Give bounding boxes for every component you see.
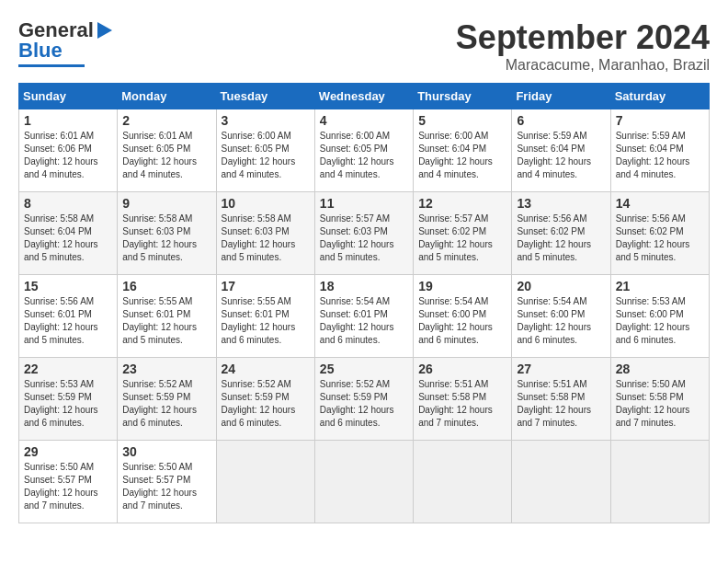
- day-cell: 10Sunrise: 5:58 AM Sunset: 6:03 PM Dayli…: [216, 192, 314, 275]
- day-info: Sunrise: 5:59 AM Sunset: 6:04 PM Dayligh…: [517, 130, 605, 181]
- day-info: Sunrise: 5:52 AM Sunset: 5:59 PM Dayligh…: [222, 378, 310, 430]
- day-number: 30: [122, 444, 210, 459]
- day-info: Sunrise: 6:01 AM Sunset: 6:05 PM Dayligh…: [122, 130, 210, 181]
- logo-blue: Blue: [18, 39, 63, 63]
- day-info: Sunrise: 5:51 AM Sunset: 5:58 PM Dayligh…: [517, 378, 605, 430]
- day-info: Sunrise: 5:59 AM Sunset: 6:04 PM Dayligh…: [616, 130, 704, 181]
- location-subtitle: Maracacume, Maranhao, Brazil: [456, 57, 710, 74]
- day-info: Sunrise: 5:57 AM Sunset: 6:03 PM Dayligh…: [320, 213, 408, 264]
- day-number: 27: [517, 362, 605, 376]
- day-info: Sunrise: 5:58 AM Sunset: 6:03 PM Dayligh…: [222, 213, 310, 264]
- day-cell: [512, 441, 610, 523]
- day-info: Sunrise: 5:56 AM Sunset: 6:02 PM Dayligh…: [517, 213, 605, 264]
- day-number: 24: [222, 362, 310, 376]
- calendar-table: SundayMondayTuesdayWednesdayThursdayFrid…: [18, 83, 710, 523]
- day-number: 13: [517, 196, 605, 211]
- day-cell: 24Sunrise: 5:52 AM Sunset: 5:59 PM Dayli…: [216, 358, 314, 441]
- day-number: 12: [418, 196, 506, 211]
- day-cell: 22Sunrise: 5:53 AM Sunset: 5:59 PM Dayli…: [19, 358, 118, 441]
- week-row-2: 8Sunrise: 5:58 AM Sunset: 6:04 PM Daylig…: [19, 192, 710, 275]
- day-cell: [610, 441, 709, 523]
- day-info: Sunrise: 6:00 AM Sunset: 6:05 PM Dayligh…: [222, 130, 310, 181]
- day-cell: 25Sunrise: 5:52 AM Sunset: 5:59 PM Dayli…: [314, 358, 413, 441]
- day-number: 9: [122, 196, 210, 211]
- day-cell: 28Sunrise: 5:50 AM Sunset: 5:58 PM Dayli…: [610, 358, 709, 441]
- day-number: 28: [616, 362, 704, 376]
- day-info: Sunrise: 5:54 AM Sunset: 6:00 PM Dayligh…: [517, 295, 605, 347]
- day-number: 18: [320, 279, 408, 293]
- day-number: 5: [418, 113, 506, 128]
- day-info: Sunrise: 5:51 AM Sunset: 5:58 PM Dayligh…: [418, 378, 506, 430]
- week-row-4: 22Sunrise: 5:53 AM Sunset: 5:59 PM Dayli…: [19, 358, 710, 441]
- day-cell: 23Sunrise: 5:52 AM Sunset: 5:59 PM Dayli…: [118, 358, 216, 441]
- col-header-sunday: Sunday: [19, 84, 118, 109]
- day-number: 8: [24, 196, 112, 211]
- logo-arrow-icon: [97, 22, 112, 39]
- day-number: 4: [320, 113, 408, 128]
- day-info: Sunrise: 6:00 AM Sunset: 6:04 PM Dayligh…: [418, 130, 506, 181]
- day-number: 20: [517, 279, 605, 293]
- day-info: Sunrise: 5:54 AM Sunset: 6:00 PM Dayligh…: [418, 295, 506, 347]
- day-info: Sunrise: 6:00 AM Sunset: 6:05 PM Dayligh…: [320, 130, 408, 181]
- day-cell: 13Sunrise: 5:56 AM Sunset: 6:02 PM Dayli…: [512, 192, 610, 275]
- day-number: 16: [122, 279, 210, 293]
- day-number: 6: [517, 113, 605, 128]
- day-cell: 1Sunrise: 6:01 AM Sunset: 6:06 PM Daylig…: [19, 109, 118, 192]
- day-cell: 5Sunrise: 6:00 AM Sunset: 6:04 PM Daylig…: [414, 109, 512, 192]
- day-cell: [414, 441, 512, 523]
- day-cell: 4Sunrise: 6:00 AM Sunset: 6:05 PM Daylig…: [314, 109, 413, 192]
- day-cell: 16Sunrise: 5:55 AM Sunset: 6:01 PM Dayli…: [118, 275, 216, 358]
- day-cell: 3Sunrise: 6:00 AM Sunset: 6:05 PM Daylig…: [216, 109, 314, 192]
- col-header-wednesday: Wednesday: [314, 84, 413, 109]
- day-cell: 20Sunrise: 5:54 AM Sunset: 6:00 PM Dayli…: [512, 275, 610, 358]
- day-number: 11: [320, 196, 408, 211]
- day-number: 25: [320, 362, 408, 376]
- day-info: Sunrise: 5:50 AM Sunset: 5:57 PM Dayligh…: [122, 461, 210, 512]
- day-number: 7: [616, 113, 704, 128]
- day-number: 26: [418, 362, 506, 376]
- day-number: 14: [616, 196, 704, 211]
- day-number: 21: [616, 279, 704, 293]
- day-cell: 7Sunrise: 5:59 AM Sunset: 6:04 PM Daylig…: [610, 109, 709, 192]
- day-info: Sunrise: 5:55 AM Sunset: 6:01 PM Dayligh…: [122, 295, 210, 347]
- col-header-thursday: Thursday: [414, 84, 512, 109]
- col-header-monday: Monday: [118, 84, 216, 109]
- col-header-friday: Friday: [512, 84, 610, 109]
- day-info: Sunrise: 5:53 AM Sunset: 5:59 PM Dayligh…: [24, 378, 112, 430]
- month-title: September 2024: [456, 18, 710, 57]
- header-row: SundayMondayTuesdayWednesdayThursdayFrid…: [19, 84, 710, 109]
- day-cell: 12Sunrise: 5:57 AM Sunset: 6:02 PM Dayli…: [414, 192, 512, 275]
- day-number: 23: [122, 362, 210, 376]
- day-info: Sunrise: 5:50 AM Sunset: 5:58 PM Dayligh…: [616, 378, 704, 430]
- day-cell: 17Sunrise: 5:55 AM Sunset: 6:01 PM Dayli…: [216, 275, 314, 358]
- day-cell: 14Sunrise: 5:56 AM Sunset: 6:02 PM Dayli…: [610, 192, 709, 275]
- logo: General Blue: [18, 18, 101, 67]
- day-cell: 11Sunrise: 5:57 AM Sunset: 6:03 PM Dayli…: [314, 192, 413, 275]
- day-number: 2: [122, 113, 210, 128]
- day-number: 29: [24, 444, 112, 459]
- title-block: September 2024 Maracacume, Maranhao, Bra…: [456, 18, 710, 74]
- col-header-saturday: Saturday: [610, 84, 709, 109]
- day-cell: 29Sunrise: 5:50 AM Sunset: 5:57 PM Dayli…: [19, 441, 118, 523]
- day-info: Sunrise: 5:56 AM Sunset: 6:01 PM Dayligh…: [24, 295, 112, 347]
- logo-underline: [18, 64, 85, 67]
- day-number: 19: [418, 279, 506, 293]
- day-info: Sunrise: 5:58 AM Sunset: 6:04 PM Dayligh…: [24, 213, 112, 264]
- day-cell: 2Sunrise: 6:01 AM Sunset: 6:05 PM Daylig…: [118, 109, 216, 192]
- day-info: Sunrise: 5:55 AM Sunset: 6:01 PM Dayligh…: [222, 295, 310, 347]
- day-cell: [314, 441, 413, 523]
- day-number: 3: [222, 113, 310, 128]
- day-info: Sunrise: 5:53 AM Sunset: 6:00 PM Dayligh…: [616, 295, 704, 347]
- day-info: Sunrise: 5:57 AM Sunset: 6:02 PM Dayligh…: [418, 213, 506, 264]
- day-number: 1: [24, 113, 112, 128]
- week-row-1: 1Sunrise: 6:01 AM Sunset: 6:06 PM Daylig…: [19, 109, 710, 192]
- day-number: 22: [24, 362, 112, 376]
- day-info: Sunrise: 5:50 AM Sunset: 5:57 PM Dayligh…: [24, 461, 112, 512]
- day-number: 10: [222, 196, 310, 211]
- week-row-3: 15Sunrise: 5:56 AM Sunset: 6:01 PM Dayli…: [19, 275, 710, 358]
- day-number: 15: [24, 279, 112, 293]
- day-cell: 26Sunrise: 5:51 AM Sunset: 5:58 PM Dayli…: [414, 358, 512, 441]
- day-cell: 30Sunrise: 5:50 AM Sunset: 5:57 PM Dayli…: [118, 441, 216, 523]
- day-info: Sunrise: 5:52 AM Sunset: 5:59 PM Dayligh…: [320, 378, 408, 430]
- day-info: Sunrise: 5:56 AM Sunset: 6:02 PM Dayligh…: [616, 213, 704, 264]
